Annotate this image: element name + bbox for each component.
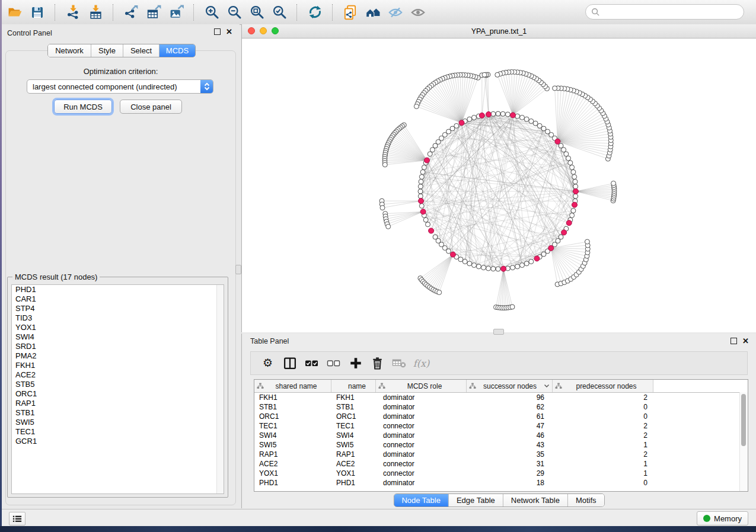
import-network-button[interactable] <box>62 4 84 21</box>
float-panel-icon[interactable] <box>214 28 221 35</box>
network-node[interactable] <box>511 265 515 270</box>
table-row[interactable]: ACE2ACE2connector311 <box>254 459 748 469</box>
network-node[interactable] <box>472 263 477 268</box>
zoom-fit-button[interactable] <box>245 4 268 21</box>
network-graph[interactable] <box>242 39 756 332</box>
vertical-splitter-grip[interactable] <box>235 265 241 274</box>
network-node[interactable] <box>559 143 563 148</box>
network-node[interactable] <box>570 165 575 170</box>
float-panel-icon[interactable] <box>731 338 737 344</box>
network-node[interactable] <box>482 72 487 77</box>
table-row[interactable]: STB1STB1dominator620 <box>254 402 748 412</box>
network-node[interactable] <box>382 162 387 167</box>
network-node[interactable] <box>422 165 426 170</box>
network-node[interactable] <box>500 111 505 116</box>
table-row[interactable]: RAP1RAP1dominator352 <box>254 450 748 459</box>
network-node[interactable] <box>524 117 529 121</box>
mcds-node[interactable] <box>419 198 424 204</box>
tab-mcds[interactable]: MCDS <box>159 44 195 57</box>
delete-column-button[interactable] <box>366 354 388 372</box>
network-node[interactable] <box>467 261 472 266</box>
show-all-button[interactable] <box>407 4 429 21</box>
horizontal-splitter-grip[interactable] <box>493 329 504 335</box>
mcds-result-list[interactable]: PHD1CAR1STP4TID3YOX1SWI4SRD1PMA2FKH1ACE2… <box>11 284 224 494</box>
mcds-node[interactable] <box>450 252 455 257</box>
deselect-all-columns-button[interactable] <box>323 354 344 372</box>
network-node[interactable] <box>573 194 578 198</box>
mcds-node[interactable] <box>501 266 506 271</box>
network-node[interactable] <box>428 152 432 156</box>
mcds-result-item[interactable]: GCR1 <box>12 437 224 446</box>
network-node[interactable] <box>515 264 520 269</box>
mcds-node[interactable] <box>572 202 578 207</box>
network-node[interactable] <box>529 119 534 124</box>
network-node[interactable] <box>423 217 428 222</box>
network-node[interactable] <box>496 267 500 271</box>
add-column-button[interactable] <box>344 354 366 372</box>
export-network-button[interactable] <box>120 4 142 21</box>
memory-button[interactable]: Memory <box>697 511 748 525</box>
export-image-button[interactable] <box>165 4 187 21</box>
table-row[interactable]: SWI5SWI5connector431 <box>254 440 748 450</box>
function-builder-button[interactable]: f(x) <box>410 354 432 372</box>
duplicate-network-button[interactable] <box>339 4 362 21</box>
network-node[interactable] <box>573 184 578 189</box>
split-columns-button[interactable] <box>279 354 301 372</box>
network-node[interactable] <box>462 259 467 264</box>
network-node[interactable] <box>419 180 423 184</box>
zoom-selected-button[interactable] <box>268 4 291 21</box>
mcds-result-item[interactable]: RAP1 <box>12 399 224 408</box>
mcds-node[interactable] <box>511 113 516 118</box>
tab-network-table[interactable]: Network Table <box>503 494 567 507</box>
network-node[interactable] <box>430 148 435 152</box>
task-history-button[interactable] <box>9 512 25 525</box>
zoom-in-button[interactable] <box>200 4 223 21</box>
network-node[interactable] <box>419 204 424 209</box>
close-window-icon[interactable] <box>248 27 255 34</box>
network-node[interactable] <box>533 121 538 126</box>
mcds-node[interactable] <box>534 256 540 261</box>
network-node[interactable] <box>458 257 463 262</box>
network-node[interactable] <box>524 261 529 266</box>
mcds-node[interactable] <box>555 139 560 144</box>
network-node[interactable] <box>495 72 500 77</box>
column-header-predecessor-nodes[interactable]: predecessor nodes <box>553 380 653 392</box>
mcds-result-item[interactable]: CAR1 <box>12 294 224 304</box>
network-node[interactable] <box>467 117 472 121</box>
network-canvas[interactable] <box>242 39 756 332</box>
table-row[interactable]: FKH1FKH1dominator962 <box>254 393 748 402</box>
table-row[interactable]: PHD1PHD1dominator180 <box>254 478 748 488</box>
table-scrollbar[interactable] <box>739 392 748 491</box>
network-node[interactable] <box>520 115 525 120</box>
mcds-result-item[interactable]: PMA2 <box>12 351 224 361</box>
tab-style[interactable]: Style <box>91 44 123 57</box>
mcds-node[interactable] <box>562 230 567 235</box>
open-file-button[interactable] <box>4 4 26 21</box>
close-panel-button[interactable]: Close panel <box>120 100 182 114</box>
table-row[interactable]: SWI4SWI4dominator462 <box>254 431 748 440</box>
network-node[interactable] <box>446 249 451 254</box>
select-all-columns-button[interactable] <box>301 354 323 372</box>
hide-selected-button[interactable] <box>384 4 407 21</box>
table-row[interactable]: ORC1ORC1dominator610 <box>254 412 748 421</box>
mcds-result-item[interactable]: ORC1 <box>12 389 224 399</box>
network-node[interactable] <box>476 264 481 269</box>
mcds-result-item[interactable]: SWI4 <box>12 332 224 342</box>
search-field[interactable] <box>585 4 744 20</box>
network-node[interactable] <box>481 265 486 270</box>
network-node[interactable] <box>572 175 577 180</box>
first-neighbors-button[interactable] <box>362 4 384 21</box>
mcds-node[interactable] <box>420 209 426 214</box>
export-table-button[interactable] <box>142 4 165 21</box>
network-node[interactable] <box>553 86 557 91</box>
network-node[interactable] <box>571 169 576 174</box>
mcds-result-item[interactable]: ACE2 <box>12 370 224 380</box>
network-node[interactable] <box>537 123 542 128</box>
network-node[interactable] <box>573 180 578 184</box>
table-row[interactable]: TEC1TEC1connector472 <box>254 421 748 431</box>
mcds-result-item[interactable]: FKH1 <box>12 361 224 370</box>
delete-table-button[interactable] <box>388 354 410 372</box>
tab-node-table[interactable]: Node Table <box>394 494 448 507</box>
network-node[interactable] <box>418 184 423 189</box>
table-scrollbar-thumb[interactable] <box>741 394 746 446</box>
